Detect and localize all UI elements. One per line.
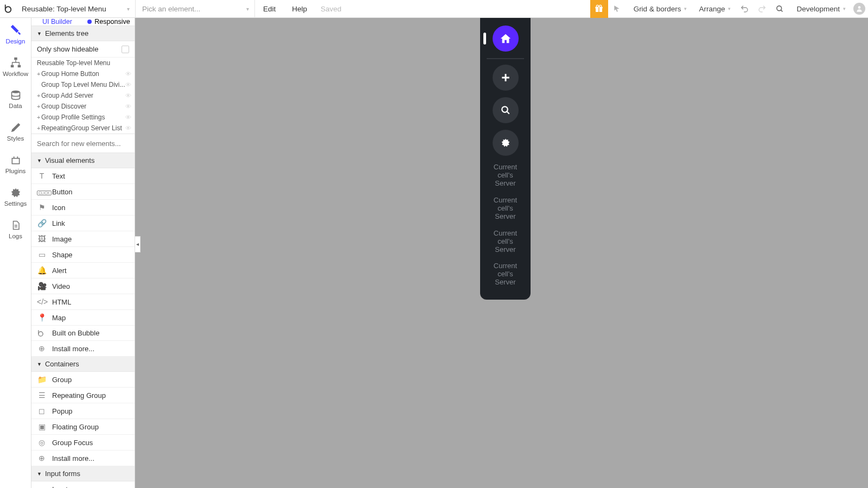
elem-group-focus[interactable]: ◎Group Focus bbox=[31, 435, 135, 451]
rail-data[interactable]: Data bbox=[0, 83, 31, 116]
eye-icon[interactable]: 👁 bbox=[125, 125, 131, 131]
video-icon: 🎥 bbox=[37, 282, 47, 290]
tree-item[interactable]: Reusable Top-level Menu bbox=[31, 58, 135, 68]
menu-divider bbox=[487, 58, 524, 59]
undo-button[interactable] bbox=[735, 0, 753, 18]
server-cell[interactable]: Current cell's Server bbox=[480, 229, 531, 262]
elem-link[interactable]: 🔗Link bbox=[31, 216, 135, 231]
edit-menu[interactable]: Edit bbox=[255, 0, 284, 18]
svg-rect-17 bbox=[502, 77, 509, 79]
rail-plugins[interactable]: Plugins bbox=[0, 148, 31, 181]
section-containers[interactable]: ▼ Containers bbox=[31, 357, 135, 372]
hideable-checkbox[interactable] bbox=[122, 46, 129, 53]
tree-item[interactable]: +Group Add Server👁 bbox=[31, 90, 135, 101]
elem-text[interactable]: TText bbox=[31, 168, 135, 184]
side-panel: UI Builder Responsive ▼ Elements tree On… bbox=[31, 18, 135, 488]
triangle-down-icon: ▼ bbox=[37, 362, 42, 367]
gift-button[interactable] bbox=[590, 0, 608, 18]
bubble-logo-icon[interactable] bbox=[0, 0, 16, 18]
shape-icon: ▭ bbox=[37, 250, 47, 259]
section-elements-tree[interactable]: ▼ Elements tree bbox=[31, 26, 135, 41]
section-visual-elements[interactable]: ▼ Visual elements bbox=[31, 153, 135, 168]
workflow-icon bbox=[10, 56, 22, 68]
home-button[interactable] bbox=[493, 26, 519, 52]
server-cell[interactable]: Current cell's Server bbox=[480, 162, 531, 195]
text-icon: T bbox=[37, 172, 47, 180]
reusable-top-level-menu[interactable]: Current cell's Server Current cell's Ser… bbox=[480, 18, 531, 300]
eye-icon[interactable]: 👁 bbox=[125, 71, 131, 77]
elem-image[interactable]: 🖼Image bbox=[31, 231, 135, 247]
triangle-down-icon: ▼ bbox=[37, 158, 42, 163]
rail-styles[interactable]: Styles bbox=[0, 116, 31, 148]
page-selector[interactable]: Reusable: Top-level Menu ▾ bbox=[16, 0, 136, 18]
target-icon: ◎ bbox=[37, 438, 47, 447]
pointer-tool[interactable] bbox=[608, 0, 626, 18]
elem-repeating-group[interactable]: ☰Repeating Group bbox=[31, 388, 135, 403]
elem-install-more[interactable]: ⊕Install more... bbox=[31, 341, 135, 357]
discover-button[interactable] bbox=[493, 97, 519, 123]
environment-dropdown[interactable]: Development ▾ bbox=[789, 0, 850, 18]
elem-shape[interactable]: ▭Shape bbox=[31, 247, 135, 263]
grid-borders-dropdown[interactable]: Grid & borders ▾ bbox=[626, 0, 692, 18]
elem-floating-group[interactable]: ▣Floating Group bbox=[31, 419, 135, 435]
eye-icon[interactable]: 👁 bbox=[125, 81, 131, 88]
rail-workflow[interactable]: Workflow bbox=[0, 50, 31, 83]
search-elements-input[interactable] bbox=[37, 140, 129, 148]
tree-item[interactable]: +Group Home Button👁 bbox=[31, 68, 135, 79]
folder-icon: 📁 bbox=[37, 375, 47, 384]
rail-design[interactable]: Design bbox=[0, 18, 31, 50]
elem-alert[interactable]: 🔔Alert bbox=[31, 263, 135, 278]
elem-html[interactable]: </>HTML bbox=[31, 294, 135, 310]
server-cell[interactable]: Current cell's Server bbox=[480, 195, 531, 229]
tab-ui-builder[interactable]: UI Builder bbox=[31, 18, 83, 26]
expand-icon[interactable]: + bbox=[37, 71, 41, 77]
expand-icon[interactable]: + bbox=[37, 114, 41, 121]
elem-map[interactable]: 📍Map bbox=[31, 310, 135, 326]
elem-built-on-bubble[interactable]: Built on Bubble bbox=[31, 326, 135, 341]
elem-install-more-containers[interactable]: ⊕Install more... bbox=[31, 451, 135, 466]
elem-popup[interactable]: ◻Popup bbox=[31, 403, 135, 419]
rail-settings[interactable]: Settings bbox=[0, 181, 31, 213]
settings-button[interactable] bbox=[493, 130, 519, 156]
canvas[interactable]: Current cell's Server Current cell's Ser… bbox=[135, 18, 868, 488]
svg-point-6 bbox=[777, 5, 782, 10]
tree-item[interactable]: +Group Discover👁 bbox=[31, 101, 135, 112]
expand-icon[interactable]: + bbox=[37, 103, 41, 110]
tree-item[interactable]: Group Top Level Menu Divi...👁 bbox=[31, 79, 135, 90]
save-status: Saved bbox=[315, 5, 347, 13]
group-home-button[interactable] bbox=[480, 21, 531, 56]
help-menu[interactable]: Help bbox=[284, 0, 315, 18]
redo-button[interactable] bbox=[753, 0, 771, 18]
tree-item[interactable]: +Group Profile Settings👁 bbox=[31, 112, 135, 123]
elem-video[interactable]: 🎥Video bbox=[31, 278, 135, 294]
add-server-button[interactable] bbox=[493, 65, 519, 91]
arrange-dropdown[interactable]: Arrange ▾ bbox=[691, 0, 735, 18]
panel-collapse-handle[interactable]: ◂ bbox=[135, 236, 141, 252]
top-toolbar: Reusable: Top-level Menu ▾ Pick an eleme… bbox=[0, 0, 868, 18]
search-button[interactable] bbox=[771, 0, 789, 18]
chevron-left-icon: ◂ bbox=[136, 241, 139, 247]
cursor-icon bbox=[613, 5, 621, 12]
responsive-dot-icon bbox=[87, 20, 92, 24]
only-show-hideable-row[interactable]: Only show hideable bbox=[31, 41, 135, 58]
elem-icon[interactable]: ⚑Icon bbox=[31, 200, 135, 216]
search-icon bbox=[776, 5, 784, 13]
expand-icon[interactable]: + bbox=[37, 125, 41, 131]
element-picker[interactable]: Pick an element... ▾ bbox=[136, 0, 255, 18]
elem-input[interactable]: ▭Input bbox=[31, 481, 135, 488]
eye-icon[interactable]: 👁 bbox=[125, 92, 131, 99]
server-cell[interactable]: Current cell's Server bbox=[480, 261, 531, 294]
eye-icon[interactable]: 👁 bbox=[125, 103, 131, 110]
section-input-forms[interactable]: ▼ Input forms bbox=[31, 466, 135, 481]
elem-group[interactable]: 📁Group bbox=[31, 372, 135, 388]
user-icon bbox=[853, 3, 865, 15]
tab-responsive[interactable]: Responsive bbox=[83, 18, 135, 26]
user-avatar[interactable] bbox=[850, 0, 868, 18]
tree-item[interactable]: +RepeatingGroup Server List👁 bbox=[31, 123, 135, 134]
rail-logs[interactable]: Logs bbox=[0, 213, 31, 246]
code-icon: </> bbox=[37, 297, 47, 306]
eye-icon[interactable]: 👁 bbox=[125, 114, 131, 121]
expand-icon[interactable]: + bbox=[37, 92, 41, 99]
elem-button[interactable]: CLICKButton bbox=[31, 184, 135, 200]
plus-circle-icon: ⊕ bbox=[37, 454, 47, 462]
